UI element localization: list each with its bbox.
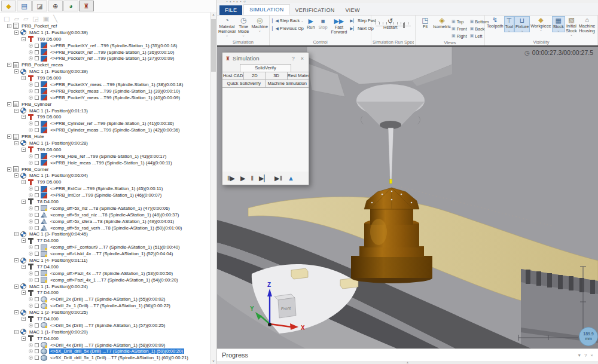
tree-row[interactable]: <>PRB_Hole_meas ...T99 (Spindle-Station_… — [1, 160, 210, 166]
expander-icon[interactable] — [29, 343, 33, 347]
close-icon[interactable]: × — [299, 56, 306, 62]
dialog-tab[interactable]: 3D — [266, 72, 288, 79]
tab-verification[interactable]: VERIFICATION — [290, 5, 340, 15]
expander-icon[interactable] — [29, 56, 33, 60]
new-document-icon[interactable]: ▢ — [4, 16, 10, 22]
tree-row[interactable]: T99 D5.000 — [1, 75, 210, 81]
expander-icon[interactable] — [29, 89, 33, 93]
operation-checkbox[interactable] — [35, 356, 39, 360]
tree-row[interactable]: <>Drill_4x (Drill) ...T7 (Spindle-AStati… — [1, 342, 210, 348]
expander-icon[interactable] — [22, 37, 26, 41]
operation-checkbox[interactable] — [35, 186, 39, 191]
tree-row[interactable]: MAC 1 (3- Position)(0:04:45) — [1, 231, 210, 238]
expander-icon[interactable] — [14, 30, 19, 35]
close-icon[interactable]: × — [590, 353, 593, 358]
quick-access-icon[interactable]: ▸ — [230, 0, 231, 3]
stop-button[interactable]: ■ Stop — [318, 17, 327, 30]
operation-checkbox[interactable] — [35, 56, 39, 60]
operation-checkbox[interactable] — [35, 271, 39, 276]
tree-row[interactable]: MAC 1 (2- Position)(0:00:25) — [1, 309, 210, 316]
expander-icon[interactable] — [7, 24, 11, 28]
help-icon[interactable]: ? — [584, 353, 587, 358]
tree-row[interactable]: T7 D4.000 — [1, 335, 210, 342]
pause-icon[interactable]: ‖ — [251, 175, 254, 182]
tree-row[interactable]: T99 D5.000 — [1, 179, 210, 185]
open-recent-icon[interactable]: ▱ — [23, 16, 28, 22]
operation-checkbox[interactable] — [35, 252, 39, 256]
view-cube-label[interactable]: Front — [281, 306, 292, 311]
tree-row[interactable]: PRB_Pocket_ref — [1, 23, 210, 29]
tree-row[interactable]: T8 D4.000 — [1, 198, 210, 205]
operation-checkbox[interactable] — [35, 343, 39, 347]
wrench-icon[interactable]: ╲ — [53, 16, 57, 22]
tree-row[interactable]: <>PRB_PocketY_ref ...T99 (Spindle-Statio… — [1, 55, 210, 62]
fit-button[interactable]: ◳ Fit — [417, 16, 434, 29]
tab-simulation[interactable]: SIMULATION — [243, 4, 289, 15]
dialog-tab[interactable]: 2D — [244, 72, 266, 79]
tree-row[interactable]: <>PRB_Cylinder_meas ...T99 (Spindle-Stat… — [1, 127, 210, 133]
tree-row[interactable]: MAC 1 (1- Position)(0:00:20) — [1, 329, 210, 335]
expander-icon[interactable] — [29, 252, 33, 256]
expander-icon[interactable] — [29, 304, 33, 308]
template-icon[interactable]: ▣ — [43, 16, 49, 22]
expander-icon[interactable] — [22, 238, 26, 243]
simulation-tab[interactable]: ♜ — [79, 1, 94, 11]
expander-icon[interactable] — [14, 141, 19, 145]
fixture-toggle[interactable]: ⊔ Fixture — [514, 16, 530, 32]
previous-op-button[interactable]: ▏◀ Previous Op — [272, 26, 304, 31]
speed-slider[interactable] — [376, 22, 411, 28]
expander-icon[interactable] — [14, 285, 19, 289]
operation-checkbox[interactable] — [35, 304, 39, 308]
scroll-up-icon[interactable]: ∧ — [210, 12, 216, 18]
operation-checkbox[interactable] — [35, 213, 39, 217]
tree-row[interactable]: <>PRB_Hole_ref ...T99 (Spindle-Station_1… — [1, 153, 210, 160]
tree-row[interactable]: <>Drill_5x (Drill) ...T7 (Spindle-AStati… — [1, 322, 210, 329]
tab-file[interactable]: FILE — [219, 5, 242, 15]
operation-checkbox[interactable] — [35, 121, 39, 126]
expander-icon[interactable] — [29, 297, 33, 301]
play-icon[interactable]: ▶ — [240, 175, 245, 182]
expander-icon[interactable] — [29, 44, 33, 48]
expander-icon[interactable] — [22, 265, 26, 269]
expander-icon[interactable] — [14, 232, 19, 236]
operations-manager-tab[interactable]: ▤ — [17, 1, 32, 11]
expander-icon[interactable] — [29, 278, 33, 282]
expander-icon[interactable] — [22, 148, 26, 152]
select-icon[interactable]: ◲ — [32, 16, 38, 22]
collapse-icon[interactable]: ▾ — [578, 353, 581, 358]
simulation-viewport[interactable]: Front Z X Y ◷ 0 — [217, 45, 598, 348]
operation-checkbox[interactable] — [35, 44, 39, 48]
machine-button[interactable]: ◎ Machine — [251, 16, 268, 32]
operation-checkbox[interactable] — [35, 219, 39, 224]
expander-icon[interactable] — [14, 109, 19, 113]
operation-checkbox[interactable] — [35, 349, 39, 353]
help-button[interactable]: ? — [290, 56, 297, 62]
tree-row[interactable]: PRB_Corner — [1, 166, 210, 173]
step-icon[interactable]: ▶▏ — [259, 175, 269, 182]
tree-row[interactable]: <>Drill_2x_1 (Drill) ...T7 (Spindle-ASta… — [1, 302, 210, 309]
dialog-tab[interactable]: Host CAD — [222, 72, 244, 79]
tree-scrollbar[interactable]: ∧ ∨ — [210, 12, 216, 364]
expander-icon[interactable] — [29, 121, 33, 126]
expander-icon[interactable] — [29, 349, 33, 353]
machine-housing-toggle[interactable]: ⌂ Machine Housing — [578, 16, 596, 33]
expander-icon[interactable] — [22, 337, 26, 341]
expander-icon[interactable] — [29, 50, 33, 54]
tree-row[interactable]: T7 D4.000 — [1, 290, 210, 296]
tree-row[interactable]: <>Drill_2x (Drill) ...T7 (Spindle-AStati… — [1, 296, 210, 302]
material-removal-button[interactable]: ◔ Material Removal — [218, 16, 236, 36]
fast-forward-button[interactable]: ▶▶ Fast Forward — [331, 17, 347, 35]
tree-row[interactable]: <>PRB_PocketX_meas ...T99 (Spindle-Stati… — [1, 88, 210, 94]
expander-icon[interactable] — [29, 271, 33, 276]
dialog-titlebar[interactable]: ♜ Simulation ? × — [222, 53, 309, 64]
initial-stock-toggle[interactable]: ▧ Initial Stock — [565, 16, 578, 36]
analysis-tab[interactable]: ◕ — [63, 1, 78, 11]
operation-checkbox[interactable] — [35, 161, 39, 165]
tree-row[interactable]: <>PRB_PocketXY_meas ...T99 (Spindle-Stat… — [1, 81, 210, 88]
tree-row[interactable]: <comp_off>F_contour9 ...T7 (Spindle-ASta… — [1, 244, 210, 250]
isometric-button[interactable]: ◈ Isometric — [434, 16, 450, 29]
expander-icon[interactable] — [22, 180, 26, 184]
tree-row[interactable]: <>PRB_ExtCor ...T99 (Spindle-Station_1) … — [1, 185, 210, 192]
step-back-button[interactable]: ▏◀ Step Back ⌄ — [272, 18, 304, 23]
quick-access-icon[interactable]: ▪ — [233, 0, 234, 3]
